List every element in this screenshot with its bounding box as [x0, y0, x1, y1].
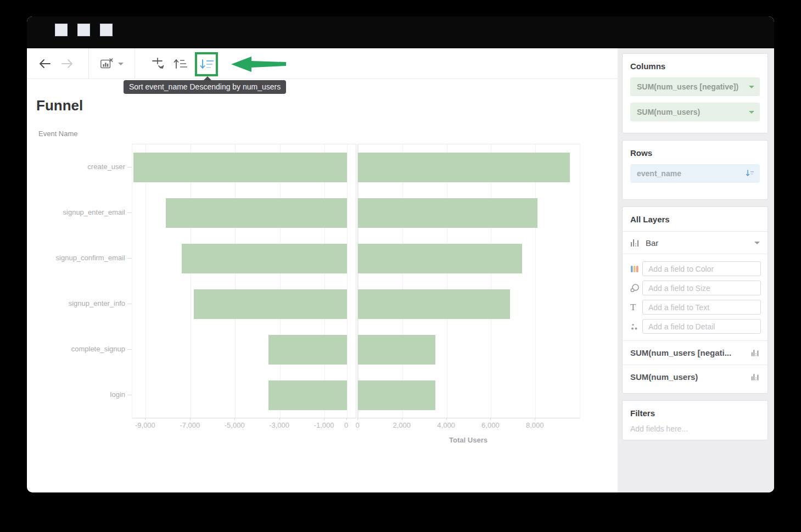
x-axis-tick-mark [357, 418, 358, 420]
y-axis-tick [127, 212, 132, 213]
y-axis-tick [127, 395, 132, 395]
layer-type-selector[interactable]: Bar [623, 232, 768, 254]
toolbar-separator [88, 48, 89, 79]
y-axis-label: create_user [27, 144, 125, 189]
sort-descending-icon [746, 170, 754, 177]
y-axis-tick [127, 304, 132, 304]
x-axis-tick-label: 0 [344, 421, 348, 429]
pill-label: event_name [637, 169, 681, 178]
filters-title: Filters [623, 401, 768, 418]
x-axis-title: Total Users [449, 436, 488, 444]
x-axis-tick-label: 8,000 [526, 421, 544, 429]
clear-sheet-button[interactable] [99, 57, 114, 71]
sort-descending-button[interactable] [195, 52, 218, 76]
measure-label: SUM(num_users [negati... [630, 348, 751, 357]
chevron-down-icon[interactable] [749, 86, 754, 88]
measure-row-positive[interactable]: SUM(num_users) [623, 365, 768, 389]
gridline [191, 144, 191, 418]
rows-shelf: Rows event_name [622, 140, 768, 200]
bar-chart-icon [630, 238, 640, 247]
bar-mark-complete_signup[interactable] [358, 335, 435, 365]
pill-sum-num-users[interactable]: SUM(num_users) [630, 103, 760, 121]
x-axis-tick-label: 6,000 [481, 421, 500, 429]
x-axis-tick-mark [535, 418, 535, 420]
color-icon [630, 265, 642, 273]
back-icon [38, 57, 52, 71]
bar-mark-signup_enter_info[interactable] [358, 289, 510, 319]
text-field-input[interactable] [642, 300, 761, 315]
bar-mark-signup_confirm_email[interactable] [358, 244, 522, 273]
bar-mark-signup_enter_email[interactable] [166, 198, 347, 228]
x-axis-tick-label: -1,000 [314, 421, 334, 429]
forward-icon [60, 57, 74, 71]
text-icon: T [630, 302, 642, 313]
bar-mark-signup_enter_email[interactable] [358, 198, 537, 228]
x-axis-tick-mark [190, 418, 191, 420]
sort-descending-icon [199, 58, 214, 71]
x-axis-tick-label: 4,000 [437, 421, 455, 429]
forward-button[interactable] [60, 57, 74, 71]
pill-sum-num-users-negative[interactable]: SUM(num_users [negative]) [630, 77, 760, 96]
bar-mark-login[interactable] [268, 380, 346, 410]
x-axis-tick-mark [446, 418, 447, 420]
x-axis-tick-label: 2,000 [393, 421, 411, 429]
x-axis-tick-mark [145, 418, 145, 420]
bar-chart-icon [751, 373, 760, 381]
x-axis-tick-mark [346, 418, 347, 420]
gridline [358, 144, 359, 418]
chevron-down-icon [118, 63, 124, 65]
gridline [447, 144, 447, 418]
pill-label: SUM(num_users) [637, 108, 700, 116]
bar-mark-create_user[interactable] [358, 153, 570, 182]
sort-tooltip: Sort event_name Descending by num_users [124, 80, 286, 94]
gridline [280, 144, 281, 418]
detail-icon [630, 322, 642, 331]
window-button-1[interactable] [55, 24, 68, 36]
chevron-down-icon[interactable] [754, 242, 760, 244]
annotation-arrow-icon [231, 56, 286, 75]
y-axis-label: login [27, 372, 125, 417]
bar-mark-signup_confirm_email[interactable] [182, 244, 347, 273]
measure-row-negative[interactable]: SUM(num_users [negati... [623, 341, 768, 365]
clear-sheet-icon [99, 57, 114, 71]
clear-sheet-caret[interactable] [117, 57, 125, 71]
x-axis-tick-label: 0 [355, 421, 359, 429]
swap-axes-button[interactable] [151, 57, 165, 71]
color-field-row [623, 259, 768, 278]
sort-ascending-button[interactable] [173, 57, 187, 71]
screenshot-root: Sort event_name Descending by num_users … [0, 0, 801, 532]
filters-shelf: Filters Add fields here... [622, 400, 768, 440]
gridline [145, 144, 146, 418]
bar-mark-signup_enter_info[interactable] [194, 289, 347, 319]
app-window: Sort event_name Descending by num_users … [27, 16, 774, 492]
y-axis-tick [127, 258, 132, 259]
detail-field-input[interactable] [642, 319, 761, 334]
columns-shelf: Columns SUM(num_users [negative]) SUM(nu… [622, 53, 768, 133]
color-field-input[interactable] [642, 261, 761, 276]
window-button-3[interactable] [100, 24, 113, 36]
x-axis-tick-mark [324, 418, 324, 420]
chevron-down-icon[interactable] [749, 111, 754, 114]
x-axis-tick-mark [279, 418, 280, 420]
columns-title: Columns [623, 54, 768, 71]
gridline [347, 144, 348, 418]
detail-field-row [623, 317, 768, 336]
back-button[interactable] [38, 57, 52, 71]
gridline [235, 144, 236, 418]
pill-label: SUM(num_users [negative]) [637, 82, 738, 91]
bar-mark-complete_signup[interactable] [268, 335, 346, 365]
pill-event-name[interactable]: event_name [630, 164, 760, 183]
window-button-2[interactable] [77, 24, 90, 36]
bar-mark-login[interactable] [358, 380, 435, 410]
y-axis-tick [127, 167, 132, 167]
text-field-row: T [623, 298, 768, 317]
size-field-input[interactable] [642, 281, 761, 295]
y-axis-label: signup_enter_info [27, 281, 125, 326]
bar-mark-create_user[interactable] [133, 153, 347, 182]
pane-left [132, 144, 356, 418]
row-header-label: Event Name [38, 130, 78, 138]
y-axis-tick [127, 349, 132, 350]
filters-placeholder[interactable]: Add fields here... [623, 418, 768, 433]
sidebar: Columns SUM(num_users [negative]) SUM(nu… [618, 48, 774, 492]
sort-ascending-icon [173, 57, 187, 70]
